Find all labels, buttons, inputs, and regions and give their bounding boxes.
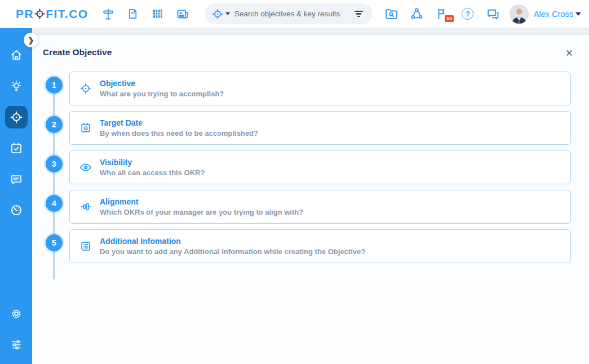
step-card-alignment[interactable]: Alignment Which OKRs of your manager are…: [69, 190, 571, 224]
step-subtitle: By when does this need to be accomplishe…: [100, 129, 258, 137]
help-icon[interactable]: ?: [460, 7, 475, 21]
step-row: 2 Target Date By when does this need to …: [46, 111, 571, 145]
user-menu-caret-icon[interactable]: [575, 12, 581, 16]
step-subtitle: Which OKRs of your manager are you tryin…: [100, 208, 303, 216]
search-input[interactable]: [234, 10, 352, 18]
question-mark-glyph: ?: [462, 8, 473, 20]
avatar[interactable]: [510, 5, 529, 24]
calendar-target-icon: [79, 121, 92, 135]
sidebar-item-home[interactable]: [5, 44, 28, 66]
step-card-objective[interactable]: Objective What are you trying to accompl…: [69, 72, 571, 105]
topbar-action-icons: 50 ?: [384, 7, 501, 21]
step-number: 4: [46, 195, 63, 212]
step-number: 5: [46, 234, 63, 251]
folder-search-icon[interactable]: [384, 7, 399, 21]
newsfeed-icon[interactable]: [175, 7, 190, 21]
alignment-icon: [79, 200, 92, 214]
step-row: 3 Visibility Who all can access this OKR…: [46, 150, 571, 184]
sidebar-item-explore[interactable]: [5, 75, 28, 97]
profit-co-logo[interactable]: PR FIT.CO: [16, 7, 88, 21]
step-number: 3: [46, 156, 63, 172]
create-objective-panel: ❯ Create Objective × 1 Objective What ar…: [32, 35, 589, 364]
gauge-icon: [10, 203, 23, 217]
step-card-target-date[interactable]: Target Date By when does this need to be…: [69, 111, 571, 145]
step-subtitle: What are you trying to accomplish?: [100, 90, 224, 98]
flag-icon[interactable]: 50: [435, 7, 450, 21]
sliders-icon: [10, 338, 23, 352]
search-scope-target-icon[interactable]: [212, 8, 223, 20]
search-bar[interactable]: [205, 3, 373, 24]
step-card-additional-information[interactable]: Additional Infomation Do you want to add…: [69, 229, 571, 263]
user-name[interactable]: Alex Cross: [534, 10, 573, 19]
sidebar-item-settings[interactable]: [5, 303, 28, 325]
chat-icon: [10, 172, 23, 186]
close-icon[interactable]: ×: [566, 47, 573, 59]
top-bar: PR FIT.CO 50: [0, 0, 589, 28]
home-icon: [10, 48, 23, 62]
lightbulb-icon: [10, 79, 23, 93]
list-icon: [79, 239, 92, 253]
filter-icon[interactable]: [352, 8, 365, 20]
sidebar-item-okrs[interactable]: [5, 106, 28, 128]
step-title: Alignment: [100, 197, 303, 206]
step-number: 1: [46, 77, 63, 94]
calendar-check-icon: [10, 141, 23, 155]
org-chart-icon[interactable]: [410, 7, 424, 21]
document-icon[interactable]: [126, 7, 140, 21]
step-row: 1 Objective What are you trying to accom…: [46, 72, 571, 105]
milestone-icon[interactable]: [101, 7, 116, 21]
steps-list: 1 Objective What are you trying to accom…: [46, 72, 571, 263]
sidebar-expand-button[interactable]: ❯: [24, 33, 38, 47]
target-icon: [10, 110, 23, 124]
topbar-nav-icons: [101, 7, 190, 21]
step-row: 5 Additional Infomation Do you want to a…: [46, 229, 571, 263]
step-title: Additional Infomation: [100, 237, 365, 246]
target-icon: [79, 82, 92, 95]
step-number: 2: [46, 116, 63, 133]
grid-report-icon[interactable]: [150, 7, 165, 21]
sidebar-item-tasks[interactable]: [5, 137, 28, 159]
step-title: Visibility: [100, 158, 205, 167]
step-card-visibility[interactable]: Visibility Who all can access this OKR?: [69, 150, 571, 184]
flag-count-badge: 50: [444, 15, 454, 23]
step-subtitle: Do you want to add any Additional Inform…: [100, 247, 365, 256]
sidebar-item-dashboards[interactable]: [5, 199, 28, 221]
step-title: Objective: [100, 79, 224, 88]
step-title: Target Date: [100, 118, 258, 127]
main-area: ❯ Create Objective × 1 Objective What ar…: [32, 28, 589, 364]
search-scope-caret-icon[interactable]: [225, 12, 230, 15]
logo-text-post: FIT.CO: [46, 7, 88, 21]
page-title: Create Objective: [43, 47, 112, 57]
target-o-icon: [34, 8, 46, 19]
chevron-right-icon: ❯: [28, 36, 34, 45]
sidebar-item-preferences[interactable]: [5, 334, 28, 356]
gear-icon: [10, 307, 23, 321]
step-subtitle: Who all can access this OKR?: [100, 168, 205, 177]
logo-text-pre: PR: [16, 7, 34, 21]
sidebar-item-conversations[interactable]: [5, 168, 28, 190]
left-sidebar: [0, 28, 32, 364]
step-row: 4 Alignment Which OKRs of your manager a…: [46, 190, 571, 224]
messages-icon[interactable]: [486, 7, 501, 21]
eye-icon: [79, 161, 92, 174]
